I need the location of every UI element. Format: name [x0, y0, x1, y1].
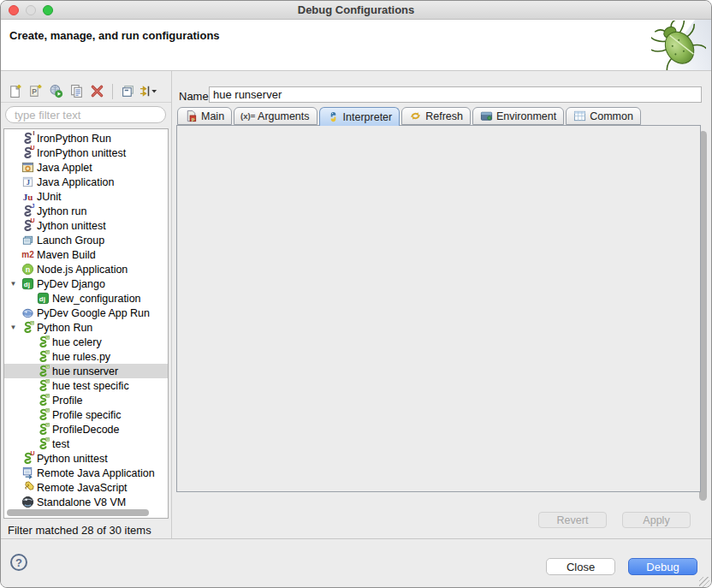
tree-item[interactable]: m2Maven Build — [4, 247, 168, 262]
new-configuration-button[interactable] — [6, 82, 24, 100]
dialog-header: Create, manage, and run configurations — [1, 20, 711, 71]
filter-input[interactable] — [5, 106, 166, 123]
tree-item-label: Maven Build — [35, 249, 96, 261]
tree-item[interactable]: Launch Group — [4, 233, 168, 247]
tree-item[interactable]: PProfile — [4, 393, 168, 407]
export-configurations-button[interactable] — [47, 82, 65, 100]
tree-horizontal-scrollbar[interactable] — [7, 509, 149, 516]
tree-item[interactable]: Remote JavaScript — [4, 480, 168, 495]
tree-item[interactable]: Java Applet — [4, 160, 168, 175]
tree-item[interactable]: PProfileDecode — [4, 422, 168, 437]
java-applet-icon — [21, 161, 35, 175]
jython-unittest-icon: U — [21, 219, 35, 233]
tree-item-label: Remote JavaScript — [35, 482, 128, 494]
svg-text:U: U — [30, 450, 34, 456]
tree-item[interactable]: U Python unittest — [4, 451, 168, 466]
tree-item[interactable]: PProfile specific — [4, 407, 168, 422]
python-run-icon: P — [21, 321, 35, 335]
expand-arrow-icon[interactable]: ▼ — [6, 324, 21, 331]
tree-item[interactable]: Remote Java Application — [4, 466, 168, 480]
close-button[interactable]: Close — [546, 558, 615, 575]
tab-label: Common — [590, 110, 633, 122]
tree-item-label: Python unittest — [35, 453, 108, 465]
tree-item-label: Node.js Application — [35, 264, 128, 276]
tab-label: Refresh — [425, 110, 463, 122]
tree-item[interactable]: Phue runserver — [4, 364, 168, 378]
toolbar-divider — [1, 102, 171, 103]
svg-text:I: I — [33, 130, 35, 136]
apply-button[interactable]: Apply — [622, 512, 691, 528]
tree-item[interactable]: djNew_configuration — [4, 291, 168, 306]
python-run-icon: P — [36, 336, 50, 349]
tree-item-label: Jython run — [35, 205, 86, 217]
delete-configuration-button[interactable] — [88, 82, 106, 100]
interpreter-tab-panel — [176, 125, 701, 492]
tab-interpreter[interactable]: Interpreter — [319, 107, 400, 126]
collapse-all-button[interactable] — [119, 82, 137, 100]
tree-item[interactable]: Phue rules.py — [4, 349, 168, 364]
maven-build-icon: m2 — [21, 248, 35, 262]
jython-run-icon: J — [21, 205, 35, 218]
tree-item[interactable]: Phue celery — [4, 335, 168, 349]
tree-item-label: hue celery — [50, 336, 102, 348]
tree-item[interactable]: U IronPython unittest — [4, 146, 168, 160]
resize-grip[interactable] — [699, 577, 709, 587]
svg-text:p: p — [192, 116, 195, 122]
expand-arrow-icon[interactable]: ▼ — [6, 280, 21, 288]
revert-button[interactable]: Revert — [538, 512, 607, 528]
tree-item[interactable]: Standalone V8 VM — [4, 495, 168, 509]
name-label: Name: — [179, 90, 211, 103]
tree-item-label: test — [50, 438, 69, 450]
tree-item-label: Profile — [50, 395, 82, 407]
arguments-icon: (x)= — [241, 110, 254, 122]
tab-refresh[interactable]: Refresh — [401, 107, 471, 125]
tab-environment[interactable]: Environment — [472, 107, 564, 125]
tab-label: Environment — [496, 110, 556, 122]
tree-item[interactable]: PyDev Google App Run — [4, 306, 168, 320]
tree-item-label: IronPython Run — [35, 133, 111, 145]
interpreter-icon — [327, 110, 340, 123]
main-icon: p — [185, 110, 198, 122]
tree-item[interactable]: Phue test specific — [4, 378, 168, 393]
panel-sash[interactable] — [171, 71, 172, 538]
pydev-django-icon: dj — [21, 277, 35, 291]
standalone-v8-vm-icon — [21, 496, 35, 509]
python-run-icon: P — [36, 423, 50, 437]
tab-bar: pMain(x)=ArgumentsInterpreterRefreshEnvi… — [177, 107, 641, 126]
name-input[interactable] — [209, 86, 702, 103]
pydev-google-app-run-icon — [21, 306, 35, 320]
tab-main[interactable]: pMain — [177, 107, 232, 125]
tree-item[interactable]: ▼PPython Run — [4, 320, 168, 335]
tree-item[interactable]: Ptest — [4, 437, 168, 451]
debug-button[interactable]: Debug — [628, 558, 697, 575]
tree-item[interactable]: I IronPython Run — [4, 131, 168, 146]
tree-item[interactable]: U Jython unittest — [4, 218, 168, 233]
tab-arguments[interactable]: (x)=Arguments — [234, 107, 317, 125]
python-run-icon: P — [36, 365, 50, 378]
help-button[interactable]: ? — [10, 554, 27, 571]
tree-item[interactable]: J Jython run — [4, 204, 168, 218]
tree-item[interactable]: ▼djPyDev Django — [4, 276, 168, 291]
config-tree: I IronPython Run U IronPython unittestJa… — [3, 128, 169, 519]
duplicate-configuration-button[interactable] — [68, 82, 86, 100]
footer-bar: ? Close Debug — [1, 538, 711, 588]
tree-item-label: hue runserver — [50, 365, 118, 377]
common-icon — [573, 110, 586, 122]
tree-item-label: Profile specific — [50, 409, 122, 421]
java-application-icon: J — [21, 175, 35, 189]
filter-configurations-button[interactable] — [139, 82, 157, 100]
svg-text:J: J — [27, 178, 30, 187]
tree-item-label: Java Applet — [35, 162, 92, 174]
new-prototype-button[interactable]: P — [27, 82, 44, 100]
nodejs-application-icon: n — [21, 263, 35, 276]
tree-item[interactable]: nNode.js Application — [4, 262, 168, 276]
tree-item[interactable]: JuJUnit — [4, 189, 168, 204]
tree-item-label: PyDev Google App Run — [35, 307, 150, 319]
toolbar: P — [6, 82, 157, 100]
junit-icon: Ju — [21, 190, 35, 204]
tree-item[interactable]: JJava Application — [4, 175, 168, 189]
remote-javascript-icon — [21, 481, 35, 495]
debug-bug-icon — [651, 21, 706, 74]
tab-common[interactable]: Common — [566, 107, 641, 125]
python-run-icon: P — [36, 437, 50, 451]
